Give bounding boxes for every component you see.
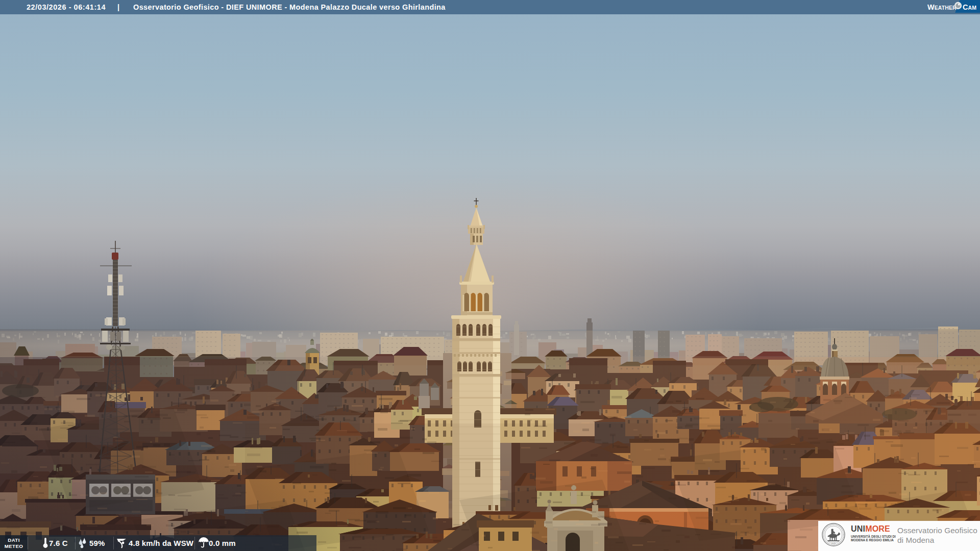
svg-text:1175: 1175 [831, 542, 836, 544]
